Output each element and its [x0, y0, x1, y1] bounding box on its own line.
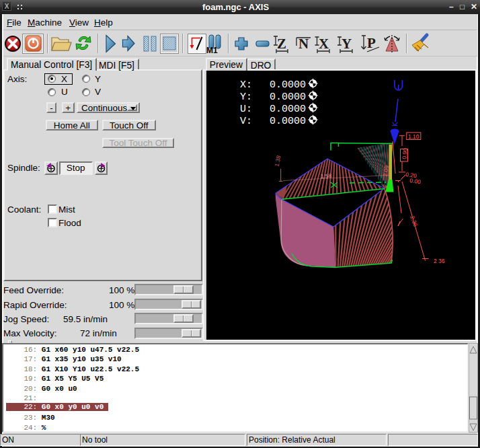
svg-text:V:: V: — [240, 116, 252, 127]
svg-text:0.0000: 0.0000 — [270, 104, 306, 115]
svg-text:1.58: 1.58 — [321, 172, 332, 180]
svg-text:Y:: Y: — [240, 91, 252, 103]
svg-text:Y: Y — [342, 36, 352, 52]
svg-text:2 36: 2 36 — [434, 258, 445, 264]
svg-text:0.0000: 0.0000 — [270, 79, 306, 91]
svg-text:Z: Z — [277, 36, 286, 52]
svg-text:X:: X: — [240, 79, 252, 91]
svg-text:0.0000: 0.0000 — [270, 116, 306, 127]
svg-text:M1: M1 — [206, 46, 218, 55]
svg-text:0.0000: 0.0000 — [270, 91, 306, 103]
svg-text:U:: U: — [240, 104, 252, 115]
svg-text:1.10: 1.10 — [408, 133, 419, 140]
svg-text:X: X — [319, 36, 329, 52]
svg-text:0.90: 0.90 — [401, 147, 409, 159]
